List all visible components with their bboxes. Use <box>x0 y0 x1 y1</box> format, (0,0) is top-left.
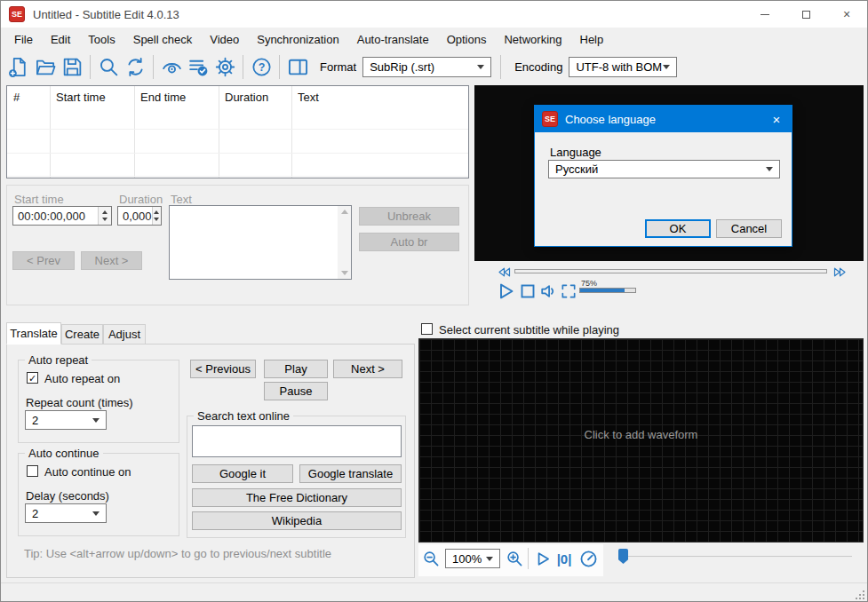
spinner-arrows-icon[interactable] <box>98 207 111 225</box>
column-header-number[interactable]: # <box>7 86 50 107</box>
volume-slider[interactable] <box>579 288 636 293</box>
find-button[interactable] <box>95 54 122 81</box>
subtitle-list[interactable]: # Start time End time Duration Text <box>6 85 469 178</box>
seek-forward-button[interactable] <box>832 266 847 277</box>
menu-options[interactable]: Options <box>438 29 496 50</box>
cancel-button[interactable]: Cancel <box>716 219 782 238</box>
spell-check-button[interactable] <box>185 54 211 81</box>
repeat-count-select[interactable]: 2 <box>25 410 107 430</box>
chevron-down-icon <box>477 65 484 69</box>
search-group-label: Search text online <box>194 409 293 423</box>
pause-button[interactable]: Pause <box>264 382 328 400</box>
subtitle-text-input[interactable] <box>169 205 352 280</box>
column-header-end-time[interactable]: End time <box>134 86 219 107</box>
unbreak-button[interactable]: Unbreak <box>359 207 459 226</box>
subtitle-edit-panel: Start time 00:00:00,000 Duration 0,000 T… <box>6 185 469 305</box>
next-button[interactable]: Next > <box>333 360 402 378</box>
resize-grip[interactable] <box>863 598 864 599</box>
next-subtitle-button[interactable]: Next > <box>81 251 142 270</box>
help-button[interactable]: ? <box>248 54 275 81</box>
start-time-label: Start time <box>14 193 64 206</box>
spinner-arrows-icon[interactable] <box>152 207 161 225</box>
seek-back-button[interactable] <box>497 266 511 277</box>
textarea-scrollbar[interactable] <box>338 206 351 279</box>
settings-button[interactable] <box>211 54 238 81</box>
encoding-select[interactable]: UTF-8 with BOM <box>569 57 677 77</box>
play-icon <box>533 550 552 568</box>
menu-edit[interactable]: Edit <box>42 29 79 50</box>
playback-speed-button[interactable] <box>577 548 599 569</box>
language-value: Русский <box>555 162 598 176</box>
format-value: SubRip (.srt) <box>370 60 434 74</box>
fullscreen-button[interactable] <box>560 281 577 301</box>
tab-adjust[interactable]: Adjust <box>103 324 146 345</box>
tab-create[interactable]: Create <box>61 324 103 345</box>
layout-button[interactable] <box>284 54 311 81</box>
waveform-position-slider[interactable] <box>627 556 852 558</box>
replace-button[interactable] <box>122 54 148 81</box>
menu-networking[interactable]: Networking <box>495 29 570 50</box>
duration-spinner[interactable]: 0,000 <box>117 206 162 226</box>
prev-subtitle-button[interactable]: < Prev <box>12 251 75 270</box>
menu-file[interactable]: File <box>5 29 42 50</box>
auto-continue-checkbox[interactable] <box>27 465 38 477</box>
play-from-start-button[interactable]: |0| <box>553 549 575 568</box>
video-seek-bar[interactable] <box>514 269 827 273</box>
waveform-zoom-value: 100% <box>452 552 482 566</box>
video-play-button[interactable] <box>495 281 516 302</box>
dialog-title-bar[interactable]: SE Choose language × <box>535 106 792 132</box>
menu-spell-check[interactable]: Spell check <box>124 29 201 50</box>
waveform-zoom-select[interactable]: 100% <box>445 549 500 568</box>
chevron-down-icon <box>486 557 493 561</box>
dialog-close-button[interactable]: × <box>761 106 792 132</box>
waveform-position-thumb[interactable] <box>618 549 628 564</box>
new-file-button[interactable] <box>5 54 32 81</box>
ok-button[interactable]: OK <box>645 219 711 238</box>
waveform-play-button[interactable] <box>532 549 552 568</box>
window-title: Untitled - Subtitle Edit 4.0.13 <box>33 8 179 21</box>
menu-synchronization[interactable]: Synchronization <box>248 29 348 50</box>
column-header-duration[interactable]: Duration <box>219 86 291 107</box>
auto-br-button[interactable]: Auto br <box>359 233 459 251</box>
delay-select[interactable]: 2 <box>25 503 107 523</box>
waveform-zoom-in-button[interactable] <box>505 549 524 568</box>
google-translate-button[interactable]: Google translate <box>299 464 402 483</box>
play-button[interactable]: Play <box>264 360 328 378</box>
maximize-button[interactable] <box>785 1 826 28</box>
visual-sync-button[interactable] <box>158 54 185 81</box>
language-select[interactable]: Русский <box>548 160 780 178</box>
wikipedia-button[interactable]: Wikipedia <box>192 511 402 530</box>
start-time-spinner[interactable]: 00:00:00,000 <box>12 206 112 226</box>
close-button[interactable]: × <box>826 1 867 28</box>
waveform-zoom-out-button[interactable] <box>421 549 441 568</box>
auto-repeat-checkbox[interactable]: ✓ <box>27 372 38 384</box>
auto-continue-checkbox-label: Auto continue on <box>44 465 131 479</box>
column-divider <box>50 86 51 178</box>
tab-translate[interactable]: Translate <box>6 322 61 345</box>
menu-help[interactable]: Help <box>571 29 613 50</box>
language-label: Language <box>550 146 601 159</box>
text-label: Text <box>171 193 192 206</box>
save-button[interactable] <box>59 54 85 81</box>
column-header-start-time[interactable]: Start time <box>50 86 134 107</box>
previous-button[interactable]: < Previous <box>190 360 256 378</box>
search-text-input[interactable] <box>192 425 402 457</box>
video-stop-button[interactable] <box>519 282 537 300</box>
menu-tools[interactable]: Tools <box>79 29 123 50</box>
zoom-in-icon <box>506 550 524 568</box>
format-select[interactable]: SubRip (.srt) <box>362 57 491 77</box>
layout-icon <box>287 56 309 78</box>
mute-button[interactable] <box>539 281 559 301</box>
menu-video[interactable]: Video <box>201 29 248 50</box>
close-icon: × <box>843 7 850 21</box>
volume-percent-label: 75% <box>581 279 597 288</box>
column-header-text[interactable]: Text <box>291 86 468 107</box>
menu-auto-translate[interactable]: Auto-translate <box>348 29 438 50</box>
minimize-button[interactable] <box>745 1 785 28</box>
google-it-button[interactable]: Google it <box>192 464 293 483</box>
waveform-area[interactable]: Click to add waveform <box>418 338 864 543</box>
free-dictionary-button[interactable]: The Free Dictionary <box>192 488 402 507</box>
waveform-placeholder: Click to add waveform <box>419 428 863 441</box>
select-current-subtitle-checkbox[interactable] <box>421 323 433 335</box>
open-file-button[interactable] <box>32 54 59 81</box>
